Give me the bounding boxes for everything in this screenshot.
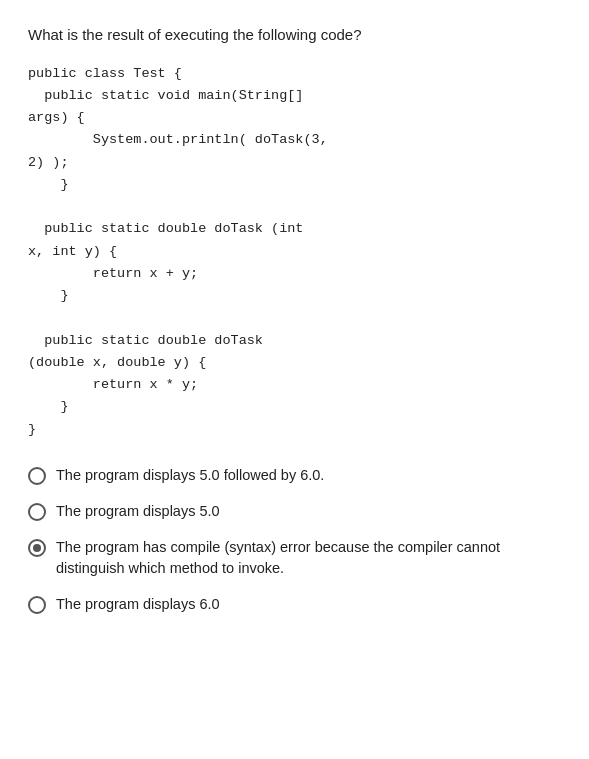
option-a-label: The program displays 5.0 followed by 6.0… <box>56 465 324 487</box>
option-d-label: The program displays 6.0 <box>56 594 220 616</box>
radio-b[interactable] <box>28 503 46 521</box>
card: What is the result of executing the foll… <box>0 0 589 759</box>
code-block: public class Test { public static void m… <box>28 63 561 442</box>
option-b-label: The program displays 5.0 <box>56 501 220 523</box>
options-list: The program displays 5.0 followed by 6.0… <box>28 465 561 616</box>
radio-d[interactable] <box>28 596 46 614</box>
option-d[interactable]: The program displays 6.0 <box>28 594 561 616</box>
option-a[interactable]: The program displays 5.0 followed by 6.0… <box>28 465 561 487</box>
radio-a[interactable] <box>28 467 46 485</box>
option-c-label: The program has compile (syntax) error b… <box>56 537 561 581</box>
radio-c[interactable] <box>28 539 46 557</box>
question-text: What is the result of executing the foll… <box>28 24 561 47</box>
option-c[interactable]: The program has compile (syntax) error b… <box>28 537 561 581</box>
option-b[interactable]: The program displays 5.0 <box>28 501 561 523</box>
